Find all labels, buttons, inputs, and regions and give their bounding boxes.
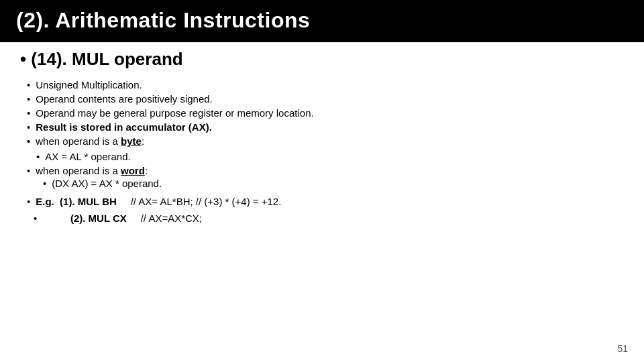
word-word: word: [121, 165, 145, 176]
slide: (2). Arithematic Instructions • (14). MU…: [0, 0, 644, 362]
slide-content: • (14). MUL operand Unsigned Multiplicat…: [0, 42, 644, 236]
slide-subtitle: • (14). MUL operand: [20, 49, 624, 70]
example2-indent: (2). MUL CX: [70, 213, 127, 224]
title-bar: (2). Arithematic Instructions: [0, 0, 644, 42]
byte-sub-bullet: AX = AL * operand.: [36, 151, 624, 162]
main-bullet-list: Unsigned Multiplication. Operand content…: [27, 79, 624, 147]
subtitle-bullet: •: [20, 49, 31, 69]
word-operand-block: when operand is a word: (DX AX) = AX * o…: [27, 165, 624, 189]
word-bullet: when operand is a word:: [27, 165, 624, 176]
bullet-3: Operand may be general purpose register …: [27, 107, 624, 119]
bullet-1: Unsigned Multiplication.: [27, 79, 624, 90]
byte-sub-bullet-block: AX = AL * operand.: [36, 151, 624, 162]
page-number: 51: [617, 343, 628, 354]
example1-label: E.g. (1). MUL BH: [36, 196, 117, 207]
example1-line: E.g. (1). MUL BH // AX= AL*BH; // (+3) *…: [27, 196, 624, 207]
byte-word: byte: [121, 135, 142, 147]
word-sub-bullet: (DX AX) = AX * operand.: [43, 178, 624, 189]
slide-title: (2). Arithematic Instructions: [16, 8, 628, 33]
bullet-5-byte: when operand is a byte:: [27, 135, 624, 147]
example2-line: (2). MUL CX // AX=AX*CX;: [34, 213, 624, 224]
bullet-2: Operand contents are positively signed.: [27, 93, 624, 105]
examples-block: E.g. (1). MUL BH // AX= AL*BH; // (+3) *…: [27, 196, 624, 224]
example2-comment: // AX=AX*CX;: [141, 213, 202, 224]
bullet-4: Result is stored in accumulator (AX).: [27, 121, 624, 133]
example1-comment: // AX= AL*BH; // (+3) * (+4) = +12.: [131, 196, 282, 207]
